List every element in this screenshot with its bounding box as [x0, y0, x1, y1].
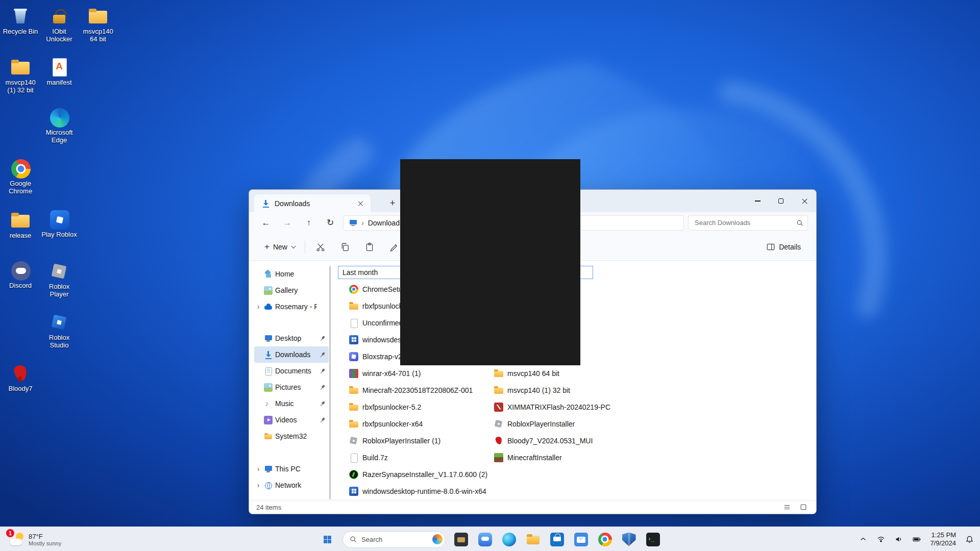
chat-icon[interactable] [474, 529, 496, 550]
sidebar-item-pictures[interactable]: Pictures [254, 379, 329, 395]
item-count: 24 items [256, 504, 281, 511]
file-item[interactable]: Minecraft-20230518T220806Z-001 [349, 382, 487, 398]
search-input[interactable] [695, 219, 796, 227]
sidebar-item-downloads[interactable]: Downloads [254, 346, 329, 363]
desktop-icon-microsoft-edge[interactable]: Microsoft Edge [40, 106, 79, 157]
file-name: Build.7z [362, 454, 388, 462]
file-item[interactable]: rbxfpsunlocker-5.2 [349, 398, 487, 415]
start-button[interactable] [316, 529, 338, 550]
expand-chevron-icon[interactable] [255, 298, 261, 315]
pin-icon [318, 367, 327, 375]
cut-button[interactable] [310, 238, 331, 256]
new-tab-button[interactable]: + [386, 197, 399, 210]
close-button[interactable] [793, 190, 816, 212]
file-name: winrar-x64-701 (1) [362, 369, 421, 378]
sidebar-item-documents[interactable]: Documents [254, 363, 329, 379]
chevron-up-icon [859, 535, 867, 543]
weather-widget[interactable]: 1 87°F Mostly sunny [5, 527, 65, 551]
details-toggle-button[interactable]: Details [761, 238, 806, 256]
paste-button[interactable] [359, 238, 380, 256]
folder-dark-icon[interactable] [450, 529, 472, 550]
desktop-icon-play-roblox[interactable]: Play Roblox [40, 208, 79, 259]
file-type-icon [349, 419, 358, 429]
sidebar-item-home[interactable]: Home [254, 266, 329, 282]
file-item[interactable]: MinecraftInstaller [494, 449, 610, 466]
new-button[interactable]: + New [259, 238, 300, 256]
breadcrumb-location[interactable]: Downloads [368, 219, 403, 227]
mail-icon[interactable] [570, 529, 592, 550]
redacted-region [400, 159, 580, 365]
desktop-icon-manifest[interactable]: manifest [40, 55, 79, 106]
file-item[interactable]: RobloxPlayerInstaller (1) [349, 432, 487, 449]
desktop-icon-roblox-player[interactable]: Roblox Player [40, 259, 79, 310]
file-name: RobloxPlayerInstaller (1) [362, 437, 440, 445]
desktop-icon-roblox-studio[interactable]: Roblox Studio [40, 310, 79, 361]
edge-icon[interactable] [498, 529, 520, 550]
file-item[interactable]: RazerSynapseInstaller_V1.17.0.600 (2) [349, 466, 487, 483]
close-icon [801, 198, 808, 205]
store-icon[interactable] [546, 529, 568, 550]
thumbnail-view-button[interactable] [798, 502, 809, 512]
file-item[interactable]: XIMMATRIXFlash-20240219-PC [494, 398, 610, 415]
network-button[interactable] [874, 532, 888, 547]
sidebar-item-network[interactable]: Network [254, 477, 329, 493]
copy-button[interactable] [335, 238, 355, 256]
defender-icon[interactable] [618, 529, 640, 550]
file-item[interactable]: windowsdesktop-runtime-8.0.6-win-x64 [349, 483, 487, 499]
file-explorer-icon[interactable] [522, 529, 544, 550]
tab-downloads[interactable]: Downloads [254, 194, 371, 212]
refresh-button[interactable] [322, 215, 339, 231]
desktop-icon-discord[interactable]: Discord [1, 259, 40, 310]
maximize-button[interactable] [769, 190, 793, 212]
file-name: msvcp140 (1) 32 bit [507, 386, 570, 394]
file-item[interactable]: msvcp140 64 bit [494, 365, 610, 382]
desktop-icon-recycle-bin[interactable]: Recycle Bin [1, 4, 40, 55]
desktop-icon-release[interactable]: release [1, 208, 40, 259]
chrome-icon[interactable] [594, 529, 616, 550]
volume-button[interactable] [892, 532, 905, 547]
expand-chevron-icon[interactable] [255, 477, 261, 493]
terminal-icon[interactable] [642, 529, 664, 550]
desktop-icon-image [11, 159, 31, 179]
new-button-label: New [273, 243, 287, 251]
hidden-icons-button[interactable] [856, 532, 870, 547]
sidebar-item-videos[interactable]: Videos [254, 412, 329, 428]
desktop-icon-image [10, 57, 31, 78]
plus-icon: + [264, 242, 270, 252]
expand-chevron-icon[interactable] [255, 461, 261, 477]
forward-button[interactable] [279, 215, 296, 231]
tab-close-icon[interactable] [355, 198, 366, 209]
sidebar-item-onedrive-personal[interactable]: Rosemary - Pers [254, 298, 329, 315]
back-button[interactable] [257, 215, 275, 231]
list-view-button[interactable] [781, 502, 793, 512]
sidebar-item-gallery[interactable]: Gallery [254, 282, 329, 298]
file-item[interactable]: Bloody7_V2024.0531_MUI [494, 432, 610, 449]
desktop-icon-google-chrome[interactable]: Google Chrome [1, 157, 40, 208]
file-item[interactable]: winrar-x64-701 (1) [349, 365, 487, 382]
sidebar-scrollbar[interactable] [329, 266, 331, 499]
sidebar-item-music[interactable]: Music [254, 395, 329, 412]
file-item[interactable]: rbxfpsunlocker-x64 [349, 415, 487, 432]
up-button[interactable] [300, 215, 317, 231]
taskbar-search[interactable]: Search [342, 531, 446, 548]
desktop-icon-msvcp140-64[interactable]: msvcp140 64 bit [79, 4, 117, 55]
sidebar-item-system32[interactable]: System32 [254, 428, 329, 444]
notification-center-button[interactable] [963, 532, 976, 547]
sidebar-item-desktop[interactable]: Desktop [254, 330, 329, 346]
file-type-icon [349, 302, 358, 311]
file-list-column-2: msvcp140 64 bit msvcp140 (1) 32 bit XIMM… [494, 365, 610, 466]
desktop-icon-bloody7[interactable]: Bloody7 [1, 361, 40, 412]
sidebar-item-this-pc[interactable]: This PC [254, 461, 329, 477]
clock[interactable]: 1:25 PM 7/9/2024 [928, 531, 958, 548]
file-type-icon [349, 369, 358, 378]
desktop-icon-iobit-unlocker[interactable]: IObit Unlocker [40, 4, 79, 55]
search-box[interactable] [688, 215, 808, 231]
file-item[interactable]: RobloxPlayerInstaller [494, 415, 610, 432]
battery-button[interactable] [910, 532, 923, 547]
bing-daily-icon[interactable] [432, 534, 443, 544]
details-panel-icon [766, 242, 775, 252]
file-item[interactable]: Build.7z [349, 449, 487, 466]
desktop-icon-msvcp140-32[interactable]: msvcp140 (1) 32 bit [1, 55, 40, 106]
minimize-button[interactable] [746, 190, 769, 212]
file-item[interactable]: msvcp140 (1) 32 bit [494, 382, 610, 398]
